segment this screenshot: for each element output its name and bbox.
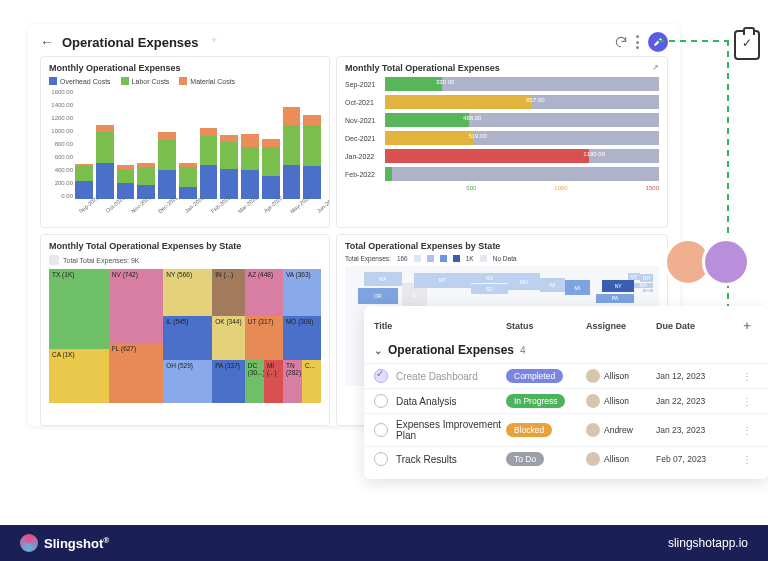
task-checkbox[interactable] (374, 394, 388, 408)
bar (283, 107, 301, 199)
treemap-cell: TX (1K) (49, 269, 109, 349)
card-title: Monthly Total Operational Expenses (345, 63, 659, 73)
refresh-icon[interactable] (614, 35, 628, 49)
col-status: Status (506, 321, 586, 331)
task-row: Data AnalysisIn ProgressAllisonJan 22, 2… (364, 388, 768, 413)
task-title[interactable]: Track Results (396, 454, 506, 465)
bar (137, 163, 155, 199)
treemap-cell: OH (529) (163, 360, 212, 403)
status-badge[interactable]: To Do (506, 452, 544, 466)
collaborator-avatars (664, 238, 750, 286)
state-cell: OR (358, 288, 399, 305)
treemap-cell: OK (344) (212, 316, 245, 360)
bar (117, 165, 135, 199)
task-checkbox[interactable] (374, 369, 388, 383)
row-more-icon[interactable]: ⋮ (736, 371, 758, 382)
state-cell: PA (596, 294, 634, 304)
dashed-connector (658, 40, 766, 340)
task-title[interactable]: Expenses Improvement Plan (396, 419, 506, 441)
treemap-cell: IN (...) (212, 269, 245, 316)
bar (158, 132, 176, 199)
task-row: Track ResultsTo DoAllisonFeb 07, 2023⋮ (364, 446, 768, 471)
row-more-icon[interactable]: ⋮ (736, 454, 758, 465)
treemap-cell: CA (1K) (49, 349, 109, 403)
hbar-row: Oct-2021857.00 (345, 95, 659, 109)
row-more-icon[interactable]: ⋮ (736, 396, 758, 407)
treemap-cell: TN (282) (283, 360, 302, 403)
avatar (586, 423, 600, 437)
bar (200, 128, 218, 200)
grid-icon (49, 255, 59, 265)
status-badge[interactable]: Completed (506, 369, 563, 383)
state-cell: WI (540, 278, 565, 292)
bar (220, 135, 238, 199)
state-cell: RI (643, 289, 652, 293)
clipboard-icon (734, 30, 760, 60)
task-title[interactable]: Create Dashboard (396, 371, 506, 382)
status-badge[interactable]: In Progress (506, 394, 565, 408)
treemap-cell: FL (627) (109, 343, 163, 403)
state-cell: MT (414, 273, 471, 287)
task-row: Expenses Improvement PlanBlockedAndrewJa… (364, 413, 768, 446)
bar (262, 139, 280, 200)
hbar-row: Feb-2022 (345, 167, 659, 181)
brand-name: Slingshot® (44, 536, 109, 551)
due-date: Jan 12, 2023 (656, 371, 736, 381)
treemap-cell: NV (742) (109, 269, 163, 343)
assignee-cell[interactable]: Andrew (586, 423, 656, 437)
card-treemap: Monthly Total Operational Expenses by St… (40, 234, 330, 426)
col-assignee: Assignee (586, 321, 656, 331)
add-column-icon[interactable]: + (736, 318, 758, 333)
avatar (586, 369, 600, 383)
bar (96, 125, 114, 199)
row-more-icon[interactable]: ⋮ (736, 425, 758, 436)
card-title: Monthly Total Operational Expenses by St… (49, 241, 321, 251)
due-date: Jan 22, 2023 (656, 396, 736, 406)
task-checkbox[interactable] (374, 452, 388, 466)
brand-logo-icon (20, 534, 38, 552)
card-monthly-expenses: Monthly Operational Expenses Overhead Co… (40, 56, 330, 228)
treemap-cell: MO (308) (283, 316, 321, 360)
task-group-header[interactable]: ⌄ Operational Expenses 4 (364, 337, 768, 363)
card-title: Monthly Operational Expenses (49, 63, 321, 73)
treemap-cell: IL (545) (163, 316, 212, 360)
task-row: Create DashboardCompletedAllisonJan 12, … (364, 363, 768, 388)
state-cell: VT (628, 273, 641, 280)
treemap-cell: MI (...) (264, 360, 283, 403)
stacked-bar-legend: Overhead Costs Labor Costs Material Cost… (49, 77, 321, 85)
assignee-cell[interactable]: Allison (586, 452, 656, 466)
treemap-cell: PA (337) (212, 360, 245, 403)
state-cell: SD (471, 284, 509, 294)
due-date: Jan 23, 2023 (656, 425, 736, 435)
assignee-cell[interactable]: Allison (586, 369, 656, 383)
bar (303, 115, 321, 199)
treemap: TX (1K)CA (1K)NV (742)FL (627)NY (566)IL… (49, 269, 321, 403)
more-icon[interactable] (636, 35, 640, 49)
card-monthly-total: ↗ Monthly Total Operational Expenses Sep… (336, 56, 668, 228)
bar (75, 164, 93, 199)
state-cell: MN (508, 273, 539, 290)
col-title: Title (374, 321, 506, 331)
task-title[interactable]: Data Analysis (396, 396, 506, 407)
assignee-cell[interactable]: Allison (586, 394, 656, 408)
state-cell: NY (602, 280, 633, 292)
due-date: Feb 07, 2023 (656, 454, 736, 464)
hbar-row: Dec-2021519.00 (345, 131, 659, 145)
back-arrow-icon[interactable]: ← (40, 34, 54, 50)
task-checkbox[interactable] (374, 423, 388, 437)
dashboard-title: Operational Expenses (62, 35, 199, 50)
footer: Slingshot® slingshotapp.io (0, 525, 768, 561)
treemap-cell: AZ (448) (245, 269, 283, 316)
sparkle-icon (207, 35, 221, 49)
bar (179, 163, 197, 199)
chevron-down-icon: ⌄ (374, 345, 382, 356)
task-panel: Title Status Assignee Due Date + ⌄ Opera… (364, 306, 768, 479)
stacked-bar-chart: 1600.001400.001200.001000.00800.00600.00… (49, 89, 321, 199)
card-title: Total Operational Expenses by State (345, 241, 659, 251)
avatar (702, 238, 750, 286)
treemap-cell: NY (566) (163, 269, 212, 316)
treemap-cell: VA (363) (283, 269, 321, 316)
treemap-cell: UT (317) (245, 316, 283, 360)
status-badge[interactable]: Blocked (506, 423, 552, 437)
col-due: Due Date (656, 321, 736, 331)
